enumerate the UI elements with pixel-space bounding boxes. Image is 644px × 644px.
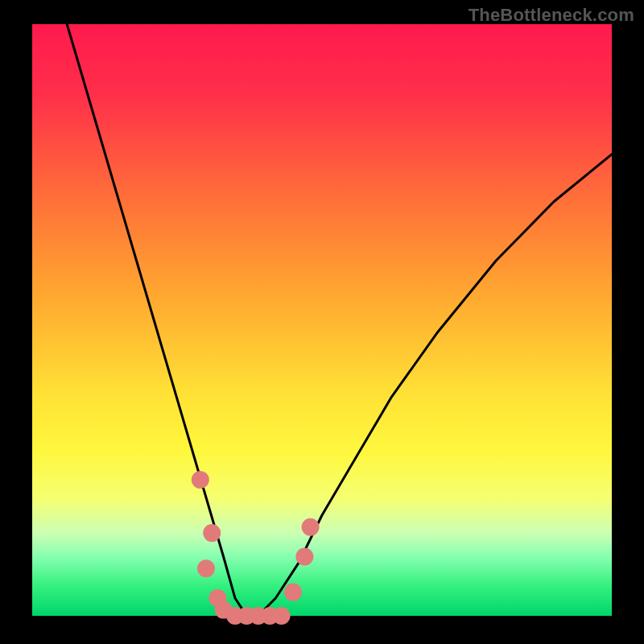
data-point	[273, 607, 291, 625]
watermark-text: TheBottleneck.com	[469, 5, 634, 26]
data-point	[192, 471, 209, 489]
data-point	[302, 518, 320, 536]
chart-frame: TheBottleneck.com	[0, 0, 644, 644]
data-point	[203, 524, 221, 542]
plot-background	[32, 24, 612, 616]
data-point	[295, 548, 313, 566]
data-point	[284, 584, 302, 601]
bottleneck-chart	[0, 0, 644, 644]
data-point	[197, 559, 215, 577]
